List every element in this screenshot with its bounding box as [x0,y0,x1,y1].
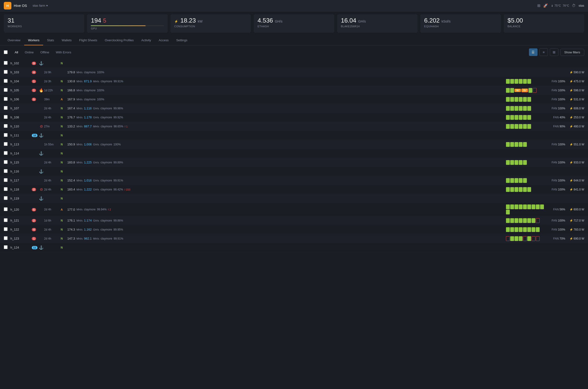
worker-checkbox[interactable] [4,124,8,128]
clock-icon[interactable]: ⏱ [572,3,576,8]
tab-access[interactable]: Access [155,35,172,45]
worker-name[interactable]: h_106 [10,97,19,101]
worker-checkbox[interactable] [4,97,8,101]
gpu-bar [536,227,540,232]
worker-uptime: 2d 4h [44,237,61,240]
worker-power: ⚡933.0 W [565,161,584,164]
view-list-compact-btn[interactable]: ☰ [529,48,537,56]
gpu-bar-error [536,218,540,223]
worker-name[interactable]: h_107 [10,106,19,110]
balance-label: BALANCE [508,25,580,28]
worker-name[interactable]: h_108 [10,116,19,119]
worker-checkbox[interactable] [4,245,8,249]
select-all-checkbox[interactable] [4,50,8,54]
chevron-down-icon: ▾ [46,4,48,7]
worker-badge: 11 [32,246,37,249]
worker-name[interactable]: h_110 [10,125,19,128]
view-list-btn[interactable]: ≡ [539,48,548,56]
table-row: h_107 2d 4h N 167.4 MH/s 1.116 GH/s clay… [0,104,588,113]
tab-workers[interactable]: Workers [24,35,43,45]
rocket-icon[interactable]: 🚀 [543,3,548,8]
filter-tabs: All Online Offline With Errors [11,49,74,55]
worker-checkbox[interactable] [4,218,8,222]
lightning-icon: ⚡ [569,107,573,110]
hash-unit: MH/s [77,179,83,182]
anchor-icon: ⚓ [39,61,44,65]
gpu-bar [527,79,531,84]
algo-n: N [61,107,63,110]
filter-all[interactable]: All [11,49,21,55]
worker-name[interactable]: h_105 [10,89,19,92]
tab-activity[interactable]: Activity [138,35,155,45]
fan-pct: 70% [559,237,565,240]
worker-checkbox[interactable] [4,169,8,173]
worker-checkbox[interactable] [4,160,8,164]
table-row: h_123 1 2d 4h N 147.3 MH/s 982.1 MH/s cl… [0,234,588,243]
worker-name[interactable]: h_122 [10,228,19,231]
gpu-bar-error [531,236,535,241]
worker-checkbox[interactable] [4,115,8,119]
filter-with-errors[interactable]: With Errors [52,49,74,55]
table-row: h_105 1 🔥 1d 22h N 166.8 MH/s claymore 1… [0,86,588,95]
worker-checkbox[interactable] [4,236,8,240]
worker-checkbox[interactable] [4,187,8,191]
tab-flight-sheets[interactable]: Flight Sheets [75,35,101,45]
worker-name[interactable]: h_103 [10,70,19,74]
worker-name[interactable]: h_104 [10,79,19,83]
filter-offline[interactable]: Offline [37,49,52,55]
worker-name[interactable]: h_114 [10,152,19,155]
worker-checkbox[interactable] [4,79,8,83]
worker-name[interactable]: h_111 [10,133,19,137]
show-filters-button[interactable]: Show filters [560,49,584,56]
gpu-bar-error [533,88,537,93]
gpu-bar [515,187,518,192]
worker-name[interactable]: h_119 [10,197,19,200]
tab-settings[interactable]: Settings [172,35,191,45]
header-left: H Hive OS · stas farm ▾ [4,2,48,9]
worker-gpu-bars [506,227,544,232]
worker-checkbox[interactable] [4,196,8,200]
workers-label: WORKERS [8,25,80,28]
worker-checkbox[interactable] [4,207,8,211]
worker-name[interactable]: h_118 [10,188,19,191]
worker-uptime: 2d 4h [44,179,61,182]
worker-badge: 9 [32,62,36,65]
worker-checkbox[interactable] [4,133,8,137]
consumption-value: 18.23 [181,17,196,24]
tab-overclocking[interactable]: Overclocking Profiles [101,35,138,45]
worker-checkbox[interactable] [4,70,8,74]
worker-checkbox[interactable] [4,61,8,65]
hash-err: I 2 [108,208,111,211]
worker-power: ⚡531.0 W [565,98,584,101]
worker-name[interactable]: h_123 [10,237,19,240]
worker-name[interactable]: h_124 [10,246,19,249]
plus-icon[interactable]: ⊞ [537,3,540,8]
filter-online[interactable]: Online [21,49,37,55]
worker-name[interactable]: h_113 [10,143,19,146]
tab-stats[interactable]: Stats [43,35,58,45]
user-name[interactable]: stas [579,4,584,7]
hash-unit: MH/s [77,237,83,240]
worker-checkbox[interactable] [4,178,8,182]
worker-checkbox[interactable] [4,142,8,146]
view-grid-btn[interactable]: ⊞ [550,48,558,56]
table-row: h_108 2d 4h N 176.7 MH/s 1.178 GH/s clay… [0,113,588,122]
worker-power: ⚡783.0 W [565,228,584,231]
worker-name[interactable]: h_120 [10,208,19,211]
worker-checkbox[interactable] [4,106,8,110]
gpu-bar [527,227,531,232]
farm-name[interactable]: stas farm ▾ [32,4,48,7]
worker-name[interactable]: h_117 [10,179,19,182]
worker-name[interactable]: h_102 [10,62,19,65]
algo-n: N [61,80,63,83]
worker-checkbox[interactable] [4,227,8,231]
gpu-bar [515,115,518,120]
tab-overview[interactable]: Overview [4,35,24,45]
tab-wallets[interactable]: Wallets [58,35,75,45]
worker-name[interactable]: h_121 [10,219,19,222]
worker-name[interactable]: h_116 [10,170,19,173]
fan-label: FAN [552,143,557,146]
worker-checkbox[interactable] [4,151,8,155]
worker-checkbox[interactable] [4,88,8,92]
worker-name[interactable]: h_115 [10,161,19,164]
